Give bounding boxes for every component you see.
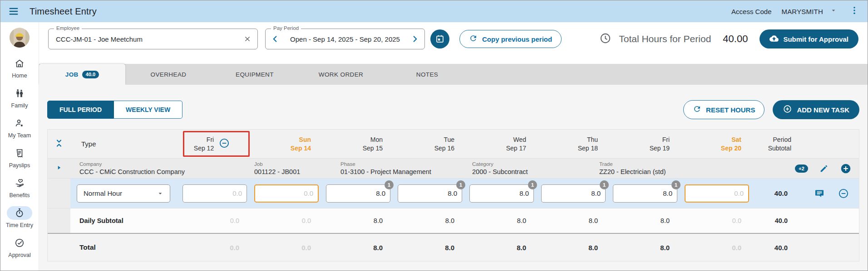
more-segments-badge[interactable]: +2	[795, 165, 808, 173]
daily-subtotal-value: 8.0	[538, 208, 610, 233]
hours-input-sun-sep-14[interactable]	[254, 184, 319, 203]
total-value: 8.0	[538, 234, 610, 261]
chevron-down-icon	[156, 189, 164, 198]
day-header-sat-sep-20: SatSep 20	[681, 130, 753, 158]
previous-period-chevron-icon[interactable]	[270, 34, 280, 44]
clear-employee-icon[interactable]	[243, 34, 252, 44]
access-code-value[interactable]: MARYSMITH	[781, 8, 823, 15]
sidebar-item-time-entry[interactable]: Time Entry	[0, 203, 39, 232]
check-circle-icon	[14, 236, 25, 250]
entry-count-badge: 1	[671, 180, 681, 189]
plus-circle-icon	[783, 104, 792, 115]
view-toggle: FULL PERIOD WEEKLY VIEW	[47, 101, 182, 119]
employee-field[interactable]: Employee CCC-JM-01 - Joe Meetchum	[48, 29, 258, 49]
daily-subtotal-value: 8.0	[610, 208, 681, 233]
edit-task-icon[interactable]	[819, 164, 829, 174]
tab-notes[interactable]: NOTES	[384, 64, 470, 85]
pay-period-field: Pay Period Open - Sep 14, 2025 - Sep 20,…	[265, 29, 425, 49]
user-avatar[interactable]	[10, 28, 30, 48]
cloud-upload-icon	[769, 34, 779, 44]
timesheet-grid: Type Fri Sep 12 SunSep	[47, 129, 859, 261]
add-task-row-icon[interactable]	[840, 163, 852, 174]
hours-input-mon-sep-15[interactable]	[326, 184, 390, 203]
refresh-icon	[469, 34, 478, 44]
weekly-view-toggle[interactable]: WEEKLY VIEW	[114, 101, 182, 119]
tab-content: FULL PERIOD WEEKLY VIEW RESET HOURS	[39, 85, 868, 271]
task-detail-row: Company CCC - CMiC Construction Company …	[48, 159, 859, 179]
day-header-sun-sep-14: SunSep 14	[251, 130, 323, 158]
task-phase: Phase 01-3100 - Project Management	[340, 161, 472, 175]
hours-input-fri-sep-12[interactable]	[182, 184, 247, 203]
add-new-task-button[interactable]: ADD NEW TASK	[773, 100, 859, 119]
my-team-icon	[14, 116, 25, 130]
sidebar-item-my-team[interactable]: My Team	[0, 113, 39, 143]
hour-entry-row: Normal Hour	[48, 179, 859, 208]
toolbar: Employee CCC-JM-01 - Joe Meetchum Pay Pe…	[39, 22, 868, 56]
day-header-tue-sep-16: TueSep 16	[395, 130, 466, 158]
hours-input-tue-sep-16[interactable]	[398, 184, 462, 203]
calendar-button[interactable]	[430, 29, 449, 48]
sidebar-item-payslips[interactable]: Payslips	[0, 143, 39, 173]
total-row: Total 0.0 0.0 8.0 8.0 8.0 8.0 8.0 0.0 40…	[48, 234, 859, 261]
sidebar-item-family[interactable]: Family	[0, 83, 39, 113]
day-header-mon-sep-15: MonSep 15	[323, 130, 395, 158]
clock-icon	[599, 32, 612, 46]
total-value: 8.0	[323, 234, 395, 261]
remove-row-icon[interactable]	[838, 188, 849, 199]
hours-input-sat-sep-20[interactable]	[685, 184, 749, 203]
next-period-chevron-icon[interactable]	[410, 34, 420, 44]
hour-cell-tue-sep-16: 1	[395, 179, 466, 208]
row-period-subtotal: 40.0	[753, 179, 804, 208]
copy-previous-period-button[interactable]: Copy previous period	[459, 30, 562, 48]
access-code-caret-icon[interactable]	[829, 6, 838, 16]
tab-equipment[interactable]: EQUIPMENT	[212, 64, 298, 85]
entry-count-badge: 1	[385, 180, 394, 189]
total-label: Total	[79, 243, 96, 252]
daily-subtotal-value: 0.0	[681, 208, 753, 233]
day-header-wed-sep-17: WedSep 17	[466, 130, 538, 158]
full-period-toggle[interactable]: FULL PERIOD	[47, 101, 114, 119]
highlight-annotation	[183, 131, 250, 157]
total-value: 0.0	[681, 234, 753, 261]
task-trade: Trade ZZ20 - Electrician (std)	[599, 161, 795, 175]
overflow-menu-icon[interactable]	[849, 5, 859, 17]
day-header-fri-sep-19: FriSep 19	[610, 130, 681, 158]
tab-overhead[interactable]: OVERHEAD	[125, 64, 212, 85]
sidebar-item-benefits[interactable]: Benefits	[0, 173, 39, 203]
expand-row-icon[interactable]	[55, 164, 63, 174]
hour-cell-sun-sep-14	[251, 179, 323, 208]
job-hours-badge: 40.0	[82, 71, 99, 78]
reset-hours-button[interactable]: RESET HOURS	[683, 100, 764, 119]
total-hours-label: Total Hours for Period	[619, 34, 711, 44]
hour-type-select[interactable]: Normal Hour	[77, 184, 170, 203]
daily-subtotal-label: Daily Subtotal	[79, 217, 123, 224]
hamburger-menu-icon[interactable]	[8, 5, 20, 17]
page-title: Timesheet Entry	[30, 6, 97, 17]
employee-field-label: Employee	[54, 25, 82, 31]
comment-icon[interactable]	[814, 188, 825, 199]
collapse-all-icon[interactable]	[54, 138, 64, 150]
hours-input-thu-sep-18[interactable]	[541, 184, 606, 203]
tab-job[interactable]: JOB 40.0	[39, 64, 125, 85]
total-value: 0.0	[251, 234, 323, 261]
pay-period-value: Open - Sep 14, 2025 - Sep 20, 2025	[280, 35, 410, 43]
task-company: Company CCC - CMiC Construction Company	[79, 161, 254, 175]
total-hours-value: 40.00	[723, 33, 748, 45]
hours-input-wed-sep-17[interactable]	[469, 184, 534, 203]
sidebar-item-approval[interactable]: Approval	[0, 232, 39, 262]
stopwatch-icon	[7, 206, 32, 220]
remove-day-icon[interactable]	[218, 137, 230, 150]
reset-icon	[693, 105, 701, 115]
task-category: Category 2000 - Subcontract	[472, 161, 599, 175]
home-icon	[14, 57, 25, 70]
family-icon	[14, 87, 25, 100]
total-hours-summary: Total Hours for Period 40.00	[599, 32, 748, 46]
period-subtotal-header: Period Subtotal	[753, 130, 804, 158]
tab-work-order[interactable]: WORK ORDER	[298, 64, 384, 85]
submit-for-approval-button[interactable]: Submit for Approval	[760, 29, 858, 48]
total-period-total: 40.0	[753, 234, 804, 261]
hours-input-fri-sep-19[interactable]	[613, 184, 677, 203]
sidebar-item-home[interactable]: Home	[0, 53, 39, 83]
hour-cell-fri-sep-12	[179, 179, 251, 208]
daily-subtotal-row: Daily Subtotal 0.0 0.0 8.0 8.0 8.0 8.0 8…	[48, 208, 859, 234]
